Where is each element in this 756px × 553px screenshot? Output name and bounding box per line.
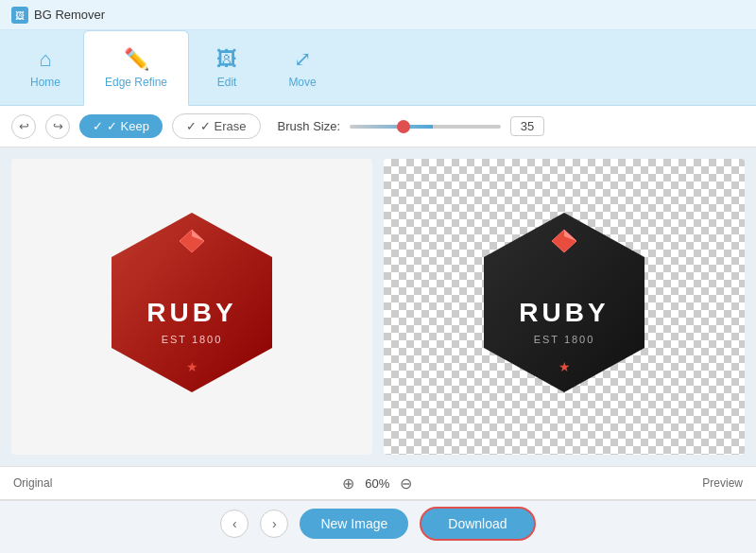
next-button[interactable]: ›: [260, 510, 288, 538]
nav-label-edit: Edit: [217, 76, 237, 89]
zoom-out-icon: ⊖: [400, 475, 412, 492]
brush-size-slider[interactable]: [350, 125, 501, 129]
main-content: RUBY EST 1800 ★ RUBY EST 1800: [0, 147, 756, 466]
preview-image-panel[interactable]: RUBY EST 1800 ★: [384, 159, 745, 455]
move-icon: ⤢: [294, 47, 311, 72]
title-bar: 🖼 BG Remover: [0, 0, 756, 30]
original-image: RUBY EST 1800 ★: [97, 203, 286, 411]
next-icon: ›: [272, 516, 277, 531]
new-image-button[interactable]: New Image: [300, 509, 408, 539]
nav-label-edge-refine: Edge Refine: [105, 76, 167, 89]
zoom-value: 60%: [360, 476, 394, 491]
bottom-bar: ‹ › New Image Download: [0, 500, 756, 545]
preview-image: RUBY EST 1800 ★: [470, 203, 659, 411]
svg-text:RUBY: RUBY: [519, 298, 609, 327]
svg-text:RUBY: RUBY: [146, 298, 236, 327]
original-label: Original: [13, 476, 52, 490]
zoom-out-button[interactable]: ⊖: [400, 475, 412, 493]
toolbar: ↩ ↪ ✓ ✓ Keep ✓ ✓ Erase Brush Size: 35: [0, 106, 756, 147]
svg-text:★: ★: [558, 359, 571, 374]
nav-label-move: Move: [288, 76, 316, 89]
brush-size-label: Brush Size:: [278, 119, 340, 133]
erase-button[interactable]: ✓ ✓ Erase: [172, 113, 261, 139]
zoom-in-icon: ⊕: [342, 475, 354, 492]
zoom-in-button[interactable]: ⊕: [342, 475, 354, 493]
zoom-controls: ⊕ 60% ⊖: [342, 475, 412, 493]
preview-label: Preview: [702, 476, 743, 490]
app-title: BG Remover: [34, 8, 105, 22]
top-nav: ⌂ Home ✏️ Edge Refine 🖼 Edit ⤢ Move: [0, 30, 756, 106]
erase-icon: ✓: [186, 119, 197, 133]
download-button[interactable]: Download: [420, 507, 535, 541]
keep-button[interactable]: ✓ ✓ Keep: [79, 114, 163, 138]
nav-item-home[interactable]: ⌂ Home: [8, 30, 83, 105]
prev-button[interactable]: ‹: [220, 510, 249, 538]
erase-label: ✓ Erase: [200, 119, 247, 133]
prev-icon: ‹: [232, 516, 237, 531]
edit-icon: 🖼: [216, 47, 237, 72]
home-icon: ⌂: [39, 47, 51, 72]
edge-refine-icon: ✏️: [124, 47, 149, 72]
keep-label: ✓ Keep: [107, 119, 149, 133]
svg-text:🖼: 🖼: [15, 10, 25, 21]
nav-item-edit[interactable]: 🖼 Edit: [189, 30, 265, 105]
original-image-panel[interactable]: RUBY EST 1800 ★: [11, 159, 372, 455]
svg-text:EST 1800: EST 1800: [162, 334, 223, 345]
svg-text:★: ★: [186, 359, 198, 374]
nav-item-edge-refine[interactable]: ✏️ Edge Refine: [83, 30, 189, 106]
redo-button[interactable]: ↪: [45, 114, 70, 139]
nav-label-home: Home: [30, 76, 60, 89]
brush-size-value: 35: [510, 116, 544, 136]
undo-button[interactable]: ↩: [11, 114, 36, 139]
keep-icon: ✓: [93, 119, 103, 133]
svg-text:EST 1800: EST 1800: [534, 334, 595, 345]
status-bar: Original ⊕ 60% ⊖ Preview: [0, 466, 756, 500]
app-icon: 🖼: [11, 7, 28, 24]
nav-item-move[interactable]: ⤢ Move: [265, 30, 340, 105]
